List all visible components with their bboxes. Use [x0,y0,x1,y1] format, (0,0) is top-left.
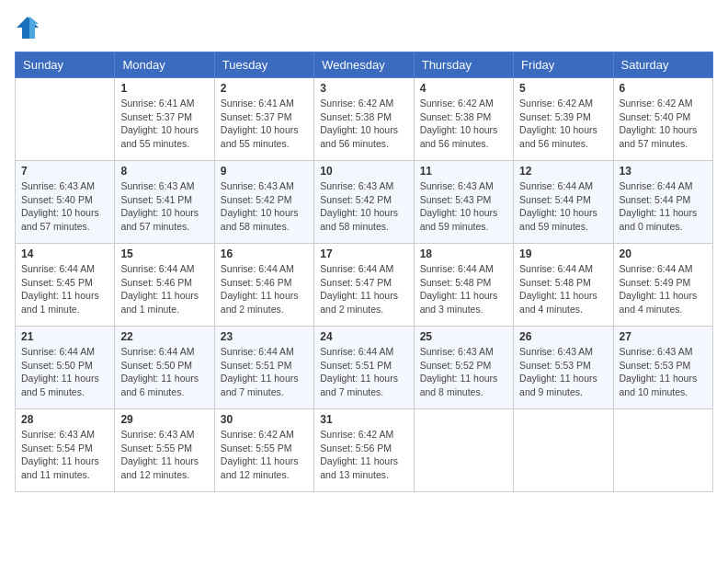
logo-icon [15,15,40,40]
day-info: Sunrise: 6:43 AM Sunset: 5:42 PM Dayligh… [221,179,308,234]
day-info: Sunrise: 6:42 AM Sunset: 5:38 PM Dayligh… [320,97,407,151]
day-info: Sunrise: 6:42 AM Sunset: 5:39 PM Dayligh… [519,97,607,151]
day-number: 15 [120,247,208,260]
calendar-cell: 31Sunrise: 6:42 AM Sunset: 5:56 PM Dayli… [314,409,414,492]
calendar-cell: 17Sunrise: 6:44 AM Sunset: 5:47 PM Dayli… [314,244,414,327]
day-info: Sunrise: 6:43 AM Sunset: 5:55 PM Dayligh… [120,428,208,482]
day-number: 19 [519,247,607,260]
calendar-week-row: 1Sunrise: 6:41 AM Sunset: 5:37 PM Daylig… [16,78,713,161]
day-number: 27 [620,330,707,343]
day-info: Sunrise: 6:44 AM Sunset: 5:49 PM Dayligh… [620,262,707,316]
day-number: 8 [120,165,208,178]
calendar-cell: 28Sunrise: 6:43 AM Sunset: 5:54 PM Dayli… [16,409,115,492]
day-number: 7 [21,165,108,178]
calendar-header-row: SundayMondayTuesdayWednesdayThursdayFrid… [16,52,713,78]
calendar-cell: 23Sunrise: 6:44 AM Sunset: 5:51 PM Dayli… [214,327,313,409]
day-info: Sunrise: 6:42 AM Sunset: 5:56 PM Dayligh… [320,428,407,482]
day-info: Sunrise: 6:43 AM Sunset: 5:42 PM Dayligh… [320,179,407,234]
day-info: Sunrise: 6:44 AM Sunset: 5:47 PM Dayligh… [320,262,407,316]
calendar-cell: 29Sunrise: 6:43 AM Sunset: 5:55 PM Dayli… [115,409,214,492]
day-of-week-header: Tuesday [214,52,313,78]
day-info: Sunrise: 6:44 AM Sunset: 5:50 PM Dayligh… [21,345,108,399]
calendar-week-row: 28Sunrise: 6:43 AM Sunset: 5:54 PM Dayli… [16,409,713,492]
calendar-cell: 10Sunrise: 6:43 AM Sunset: 5:42 PM Dayli… [314,161,414,244]
page-header [15,15,713,40]
day-info: Sunrise: 6:44 AM Sunset: 5:48 PM Dayligh… [519,262,607,316]
day-of-week-header: Saturday [613,52,712,78]
day-info: Sunrise: 6:44 AM Sunset: 5:50 PM Dayligh… [120,345,208,399]
day-number: 11 [420,165,507,178]
calendar-cell: 3Sunrise: 6:42 AM Sunset: 5:38 PM Daylig… [314,78,414,161]
calendar-cell: 2Sunrise: 6:41 AM Sunset: 5:37 PM Daylig… [214,78,313,161]
calendar-cell: 19Sunrise: 6:44 AM Sunset: 5:48 PM Dayli… [514,244,613,327]
day-info: Sunrise: 6:44 AM Sunset: 5:48 PM Dayligh… [420,262,507,316]
calendar-cell: 24Sunrise: 6:44 AM Sunset: 5:51 PM Dayli… [314,327,414,409]
calendar-cell: 25Sunrise: 6:43 AM Sunset: 5:52 PM Dayli… [414,327,513,409]
day-number: 13 [620,165,707,178]
day-number: 23 [221,330,308,343]
day-info: Sunrise: 6:42 AM Sunset: 5:55 PM Dayligh… [221,428,308,482]
calendar-cell: 11Sunrise: 6:43 AM Sunset: 5:43 PM Dayli… [414,161,513,244]
day-number: 28 [21,413,108,426]
day-info: Sunrise: 6:43 AM Sunset: 5:43 PM Dayligh… [420,179,507,234]
day-number: 21 [21,330,108,343]
calendar-cell: 8Sunrise: 6:43 AM Sunset: 5:41 PM Daylig… [115,161,214,244]
day-info: Sunrise: 6:44 AM Sunset: 5:44 PM Dayligh… [620,179,707,234]
day-number: 2 [221,82,308,95]
day-info: Sunrise: 6:41 AM Sunset: 5:37 PM Dayligh… [221,97,308,151]
calendar-cell: 12Sunrise: 6:44 AM Sunset: 5:44 PM Dayli… [514,161,613,244]
svg-marker-0 [17,17,39,39]
day-info: Sunrise: 6:43 AM Sunset: 5:53 PM Dayligh… [519,345,607,399]
day-info: Sunrise: 6:42 AM Sunset: 5:40 PM Dayligh… [620,97,707,151]
calendar-week-row: 21Sunrise: 6:44 AM Sunset: 5:50 PM Dayli… [16,327,713,409]
calendar-cell [514,409,613,492]
calendar-cell: 14Sunrise: 6:44 AM Sunset: 5:45 PM Dayli… [16,244,115,327]
day-number: 14 [21,247,108,260]
day-of-week-header: Friday [514,52,613,78]
day-info: Sunrise: 6:43 AM Sunset: 5:53 PM Dayligh… [620,345,707,399]
calendar-cell: 9Sunrise: 6:43 AM Sunset: 5:42 PM Daylig… [214,161,313,244]
calendar-cell: 7Sunrise: 6:43 AM Sunset: 5:40 PM Daylig… [16,161,115,244]
calendar-cell: 20Sunrise: 6:44 AM Sunset: 5:49 PM Dayli… [613,244,712,327]
calendar-cell: 30Sunrise: 6:42 AM Sunset: 5:55 PM Dayli… [214,409,313,492]
day-number: 26 [519,330,607,343]
day-number: 29 [120,413,208,426]
calendar-cell: 21Sunrise: 6:44 AM Sunset: 5:50 PM Dayli… [16,327,115,409]
calendar-cell: 5Sunrise: 6:42 AM Sunset: 5:39 PM Daylig… [514,78,613,161]
day-number: 10 [320,165,407,178]
day-info: Sunrise: 6:44 AM Sunset: 5:45 PM Dayligh… [21,262,108,316]
calendar-week-row: 7Sunrise: 6:43 AM Sunset: 5:40 PM Daylig… [16,161,713,244]
day-info: Sunrise: 6:44 AM Sunset: 5:44 PM Dayligh… [519,179,607,234]
calendar-cell: 22Sunrise: 6:44 AM Sunset: 5:50 PM Dayli… [115,327,214,409]
day-info: Sunrise: 6:43 AM Sunset: 5:52 PM Dayligh… [420,345,507,399]
day-of-week-header: Sunday [16,52,115,78]
day-number: 6 [620,82,707,95]
day-info: Sunrise: 6:42 AM Sunset: 5:38 PM Dayligh… [420,97,507,151]
logo [15,15,44,40]
day-number: 18 [420,247,507,260]
day-number: 4 [420,82,507,95]
day-number: 9 [221,165,308,178]
calendar-cell: 18Sunrise: 6:44 AM Sunset: 5:48 PM Dayli… [414,244,513,327]
day-number: 17 [320,247,407,260]
calendar-cell: 1Sunrise: 6:41 AM Sunset: 5:37 PM Daylig… [115,78,214,161]
day-info: Sunrise: 6:44 AM Sunset: 5:46 PM Dayligh… [120,262,208,316]
day-number: 20 [620,247,707,260]
calendar-cell: 13Sunrise: 6:44 AM Sunset: 5:44 PM Dayli… [613,161,712,244]
day-info: Sunrise: 6:43 AM Sunset: 5:41 PM Dayligh… [120,179,208,234]
day-info: Sunrise: 6:44 AM Sunset: 5:51 PM Dayligh… [221,345,308,399]
day-number: 30 [221,413,308,426]
day-number: 5 [519,82,607,95]
day-number: 24 [320,330,407,343]
day-number: 25 [420,330,507,343]
calendar-cell: 26Sunrise: 6:43 AM Sunset: 5:53 PM Dayli… [514,327,613,409]
day-number: 22 [120,330,208,343]
calendar-week-row: 14Sunrise: 6:44 AM Sunset: 5:45 PM Dayli… [16,244,713,327]
calendar-cell: 6Sunrise: 6:42 AM Sunset: 5:40 PM Daylig… [613,78,712,161]
day-of-week-header: Wednesday [314,52,414,78]
day-number: 3 [320,82,407,95]
day-info: Sunrise: 6:43 AM Sunset: 5:40 PM Dayligh… [21,179,108,234]
calendar-cell [16,78,115,161]
day-info: Sunrise: 6:43 AM Sunset: 5:54 PM Dayligh… [21,428,108,482]
calendar-cell: 16Sunrise: 6:44 AM Sunset: 5:46 PM Dayli… [214,244,313,327]
